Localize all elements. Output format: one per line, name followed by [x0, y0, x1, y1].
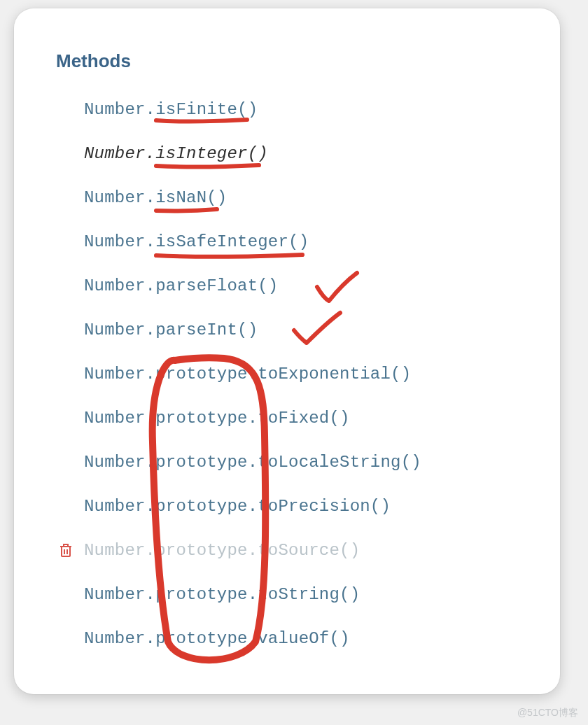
method-text: Number.parseFloat()	[84, 276, 278, 295]
method-item[interactable]: Number.prototype.toLocaleString()	[84, 453, 532, 472]
method-text: Number.parseInt()	[84, 321, 258, 339]
method-text: Number.prototype.toExponential()	[84, 365, 411, 383]
method-item[interactable]: Number.prototype.valueOf()	[84, 629, 532, 648]
svg-rect-0	[62, 547, 70, 556]
method-text: Number.prototype.toFixed()	[84, 409, 350, 428]
method-item[interactable]: Number.prototype.toPrecision()	[84, 497, 532, 516]
methods-list: Number.isFinite()Number.isInteger()Numbe…	[56, 100, 532, 648]
method-item[interactable]: Number.isNaN()	[84, 188, 532, 207]
method-item[interactable]: Number.isInteger()	[84, 144, 532, 163]
method-item[interactable]: Number.parseInt()	[84, 321, 532, 339]
method-item[interactable]: Number.parseFloat()	[84, 276, 532, 295]
method-item[interactable]: Number.prototype.toFixed()	[84, 409, 532, 428]
method-text: Number.isInteger()	[84, 144, 268, 163]
method-text: Number.prototype.toSource()	[84, 541, 360, 560]
method-text: Number.prototype.toString()	[84, 585, 360, 604]
method-text: Number.isNaN()	[84, 188, 227, 207]
method-item[interactable]: Number.prototype.toString()	[84, 585, 532, 604]
trash-icon	[59, 542, 73, 563]
section-heading: Methods	[56, 50, 532, 72]
method-item[interactable]: Number.isFinite()	[84, 100, 532, 119]
method-text: Number.prototype.valueOf()	[84, 629, 350, 648]
method-text: Number.isSafeInteger()	[84, 232, 309, 251]
watermark: @51CTO博客	[517, 707, 578, 719]
method-text: Number.prototype.toLocaleString()	[84, 453, 421, 472]
method-item[interactable]: Number.isSafeInteger()	[84, 232, 532, 251]
method-text: Number.isFinite()	[84, 100, 258, 119]
method-item[interactable]: Number.prototype.toExponential()	[84, 365, 532, 383]
doc-card: Methods Number.isFinite()Number.isIntege…	[14, 8, 560, 694]
method-item[interactable]: Number.prototype.toSource()	[84, 541, 532, 560]
method-text: Number.prototype.toPrecision()	[84, 497, 391, 516]
